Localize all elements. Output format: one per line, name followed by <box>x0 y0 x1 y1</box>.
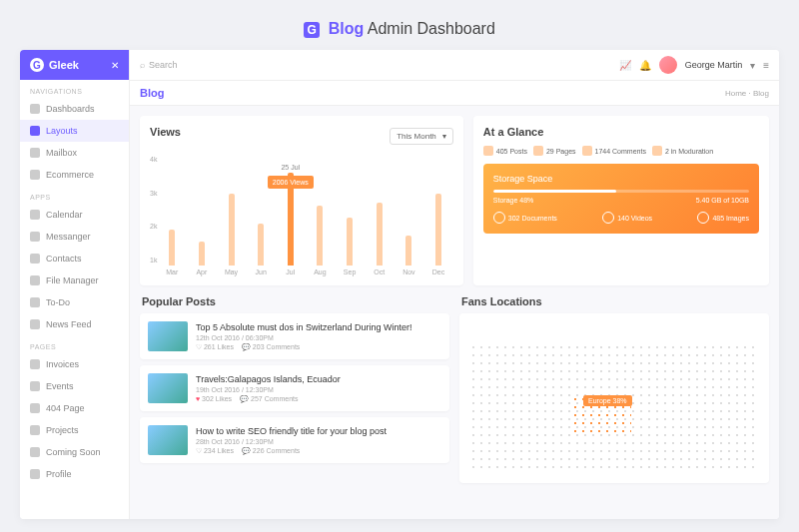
post-body: Travels:Galapagos Islands, Ecuador19th O… <box>196 374 441 403</box>
nav-icon <box>30 403 40 413</box>
likes[interactable]: ♡ 234 Likes <box>196 447 234 455</box>
sidebar-item-to-do[interactable]: To-Do <box>20 291 129 313</box>
nav-section-pages: PAGES <box>20 335 129 353</box>
bar-Mar[interactable]: Mar <box>157 156 187 275</box>
sidebar-item-invoices[interactable]: Invoices <box>20 353 129 375</box>
sidebar-item-file-manager[interactable]: File Manager <box>20 269 129 291</box>
nav-icon <box>30 425 40 435</box>
bar-Aug[interactable]: Aug <box>306 156 336 275</box>
brand[interactable]: G Gleek <box>30 58 79 72</box>
folder-icon <box>533 146 543 156</box>
bar-Dec[interactable]: Dec <box>423 156 453 275</box>
x-tick: Sep <box>344 268 356 275</box>
bar <box>199 242 205 266</box>
bar <box>347 218 353 266</box>
world-map <box>469 343 759 473</box>
brand-logo-icon: G <box>30 58 44 72</box>
popular-title: Popular Posts <box>140 295 449 307</box>
x-tick: Jul <box>286 268 295 275</box>
nav-icon <box>30 170 40 180</box>
sidebar-item-mailbox[interactable]: Mailbox <box>20 142 129 164</box>
app-window: G Gleek ✕ NAVIGATIONS DashboardsLayoutsM… <box>20 50 779 519</box>
sidebar-item-projects[interactable]: Projects <box>20 419 129 441</box>
sidebar-item-profile[interactable]: Profile <box>20 463 129 485</box>
bell-icon[interactable]: 🔔 <box>639 60 651 71</box>
hamburger-icon[interactable]: ≡ <box>763 60 769 71</box>
post-body: How to write SEO friendly title for your… <box>196 426 441 455</box>
period-dropdown[interactable]: This Month ▾ <box>390 128 453 145</box>
sidebar-item-events[interactable]: Events <box>20 375 129 397</box>
nav-icon <box>30 381 40 391</box>
sidebar-item-dashboards[interactable]: Dashboards <box>20 98 129 120</box>
views-title: Views <box>150 126 181 138</box>
avatar[interactable] <box>659 56 677 74</box>
chevron-down-icon[interactable]: ▾ <box>750 60 755 71</box>
sidebar-item-messanger[interactable]: Messanger <box>20 226 129 248</box>
username[interactable]: George Martin <box>685 60 743 70</box>
bar-Sep[interactable]: Sep <box>335 156 365 275</box>
sidebar-item-news-feed[interactable]: News Feed <box>20 313 129 335</box>
x-tick: May <box>225 268 238 275</box>
bar <box>377 203 383 266</box>
likes[interactable]: ♥ 302 Likes <box>196 395 232 403</box>
media-icon <box>697 212 709 224</box>
row-bottom: Popular Posts Top 5 Absolute must dos in… <box>140 295 769 483</box>
menu-toggle-icon[interactable]: ✕ <box>111 60 119 71</box>
folder-icon <box>483 146 493 156</box>
post-item[interactable]: Travels:Galapagos Islands, Ecuador19th O… <box>140 365 449 411</box>
stat-label: 2 in Moduration <box>665 148 713 155</box>
sidebar-item-coming-soon[interactable]: Coming Soon <box>20 441 129 463</box>
main: ⌕ Search 📈 🔔 George Martin ▾ ≡ Blog Home… <box>130 50 779 519</box>
bar-Jul[interactable]: 25 Jul2006 ViewsJul <box>276 156 306 275</box>
bar-Apr[interactable]: Apr <box>187 156 217 275</box>
views-card: Views This Month ▾ 4k3k2k1k MarAprMayJun… <box>140 116 463 285</box>
sidebar-item-404-page[interactable]: 404 Page <box>20 397 129 419</box>
stat-item: 2 in Moduration <box>652 146 713 156</box>
post-body: Top 5 Absolute must dos in Switzerland D… <box>196 322 441 351</box>
storage-bar <box>493 190 749 193</box>
nav-icon <box>30 210 40 220</box>
nav-label: Layouts <box>46 126 78 136</box>
bar-Nov[interactable]: Nov <box>395 156 424 275</box>
storage-fill <box>493 190 616 193</box>
nav-icon <box>30 232 40 242</box>
post-item[interactable]: How to write SEO friendly title for your… <box>140 417 449 463</box>
post-item[interactable]: Top 5 Absolute must dos in Switzerland D… <box>140 313 449 359</box>
bar-Oct[interactable]: Oct <box>365 156 395 275</box>
post-meta: 19th Oct 2016 / 12:30PM <box>196 386 441 393</box>
fans-title: Fans Locations <box>459 295 769 307</box>
nav-label: 404 Page <box>46 403 85 413</box>
sidebar-item-layouts[interactable]: Layouts <box>20 120 129 142</box>
posts-list: Top 5 Absolute must dos in Switzerland D… <box>140 313 449 463</box>
sidebar-item-calendar[interactable]: Calendar <box>20 204 129 226</box>
search-placeholder: Search <box>149 60 178 70</box>
sidebar-item-ecommerce[interactable]: Ecommerce <box>20 164 129 186</box>
nav-label: Invoices <box>46 359 79 369</box>
nav-label: File Manager <box>46 275 99 285</box>
topbar-actions: 📈 🔔 George Martin ▾ ≡ <box>619 56 769 74</box>
bar-Jun[interactable]: Jun <box>246 156 276 275</box>
topbar: ⌕ Search 📈 🔔 George Martin ▾ ≡ <box>130 50 779 81</box>
chart-icon[interactable]: 📈 <box>619 60 631 71</box>
comments[interactable]: 💬 226 Comments <box>242 447 300 455</box>
comments[interactable]: 💬 203 Comments <box>242 343 300 351</box>
post-thumbnail <box>148 321 188 351</box>
likes[interactable]: ♡ 261 Likes <box>196 343 234 351</box>
search-input[interactable]: ⌕ Search <box>140 60 609 70</box>
stat-label: 1744 Comments <box>595 148 646 155</box>
nav-label: Messanger <box>46 232 91 242</box>
post-meta: 28th Oct 2016 / 12:30PM <box>196 438 441 445</box>
views-chart: 4k3k2k1k MarAprMayJun25 Jul2006 ViewsJul… <box>150 156 453 275</box>
storage-item-label: 302 Documents <box>508 215 557 222</box>
glance-card: At a Glance 405 Posts29 Pages1744 Commen… <box>473 116 769 285</box>
logo-g-icon: G <box>304 22 320 38</box>
comments[interactable]: 💬 257 Comments <box>240 395 298 403</box>
chart-header: Views This Month ▾ <box>150 126 453 146</box>
post-meta: 12th Oct 2016 / 06:30PM <box>196 334 441 341</box>
nav-label: Mailbox <box>46 148 77 158</box>
nav-icon <box>30 447 40 457</box>
sidebar-item-contacts[interactable]: Contacts <box>20 248 129 269</box>
nav-label: Coming Soon <box>46 447 101 457</box>
bar-May[interactable]: May <box>217 156 247 275</box>
nav-label: To-Do <box>46 297 70 307</box>
